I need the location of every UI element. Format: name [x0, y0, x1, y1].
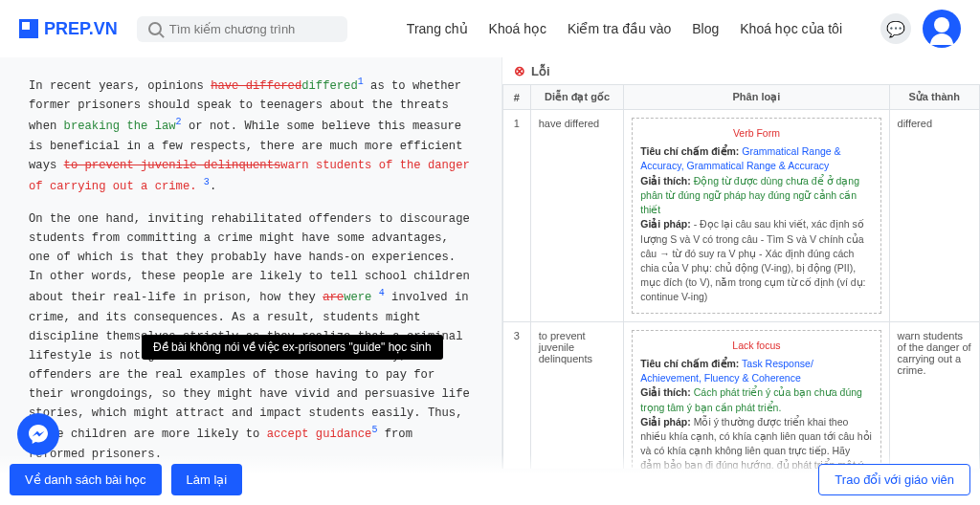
strike-text: are	[323, 292, 344, 305]
col-orig: Diễn đạt gốc	[530, 85, 624, 110]
nav-test[interactable]: Kiểm tra đầu vào	[568, 21, 671, 36]
logo-text: PREP.VN	[44, 19, 118, 39]
sidebar-title: Lỗi	[531, 64, 550, 78]
table-header-row: # Diễn đạt gốc Phân loại Sửa thành	[503, 85, 980, 110]
btn-retry[interactable]: Làm lại	[171, 464, 243, 495]
cat-title: Lack focus	[640, 339, 872, 353]
strike-text: to prevent juvenile delinquents	[64, 159, 281, 172]
col-cat: Phân loại	[624, 85, 889, 110]
error-sidebar: ⊗ Lỗi # Diễn đạt gốc Phân loại Sửa thành…	[501, 57, 980, 469]
nav: Trang chủ Khoá học Kiểm tra đầu vào Blog…	[407, 21, 842, 36]
nav-home[interactable]: Trang chủ	[407, 21, 468, 36]
essay-p1: In recent years, opinions have differedd…	[29, 75, 473, 196]
cat-title: Verb Form	[640, 126, 872, 141]
strike-text: have differed	[211, 79, 301, 93]
header-icons: 💬	[880, 10, 961, 48]
row-fix: differed	[889, 110, 979, 322]
row-orig: to prevent juvenile delinquents	[530, 321, 624, 469]
correction-text: were	[344, 292, 371, 305]
sidebar-header: ⊗ Lỗi	[502, 57, 980, 84]
highlight-text: breaking the law	[64, 120, 176, 133]
logo-icon	[19, 19, 38, 38]
search-box[interactable]	[137, 16, 347, 42]
btn-chat-teacher[interactable]: Trao đổi với giáo viên	[818, 464, 970, 495]
row-cat: Verb Form Tiêu chí chấm điểm: Grammatica…	[624, 110, 889, 322]
row-num: 1	[503, 110, 531, 322]
row-fix: warn students of the danger of carrying …	[889, 321, 979, 469]
table-row: 3 to prevent juvenile delinquents Lack f…	[503, 321, 980, 469]
category-box: Verb Form Tiêu chí chấm điểm: Grammatica…	[632, 118, 880, 314]
messenger-icon[interactable]	[17, 413, 59, 455]
chat-icon[interactable]: 💬	[880, 13, 911, 44]
row-num: 3	[503, 321, 531, 469]
col-fix: Sửa thành	[889, 85, 979, 110]
essay-panel: In recent years, opinions have differedd…	[0, 57, 501, 469]
close-icon[interactable]: ⊗	[514, 63, 525, 78]
header: PREP.VN Trang chủ Khoá học Kiểm tra đầu …	[0, 0, 980, 57]
error-table: # Diễn đạt gốc Phân loại Sửa thành 1 hav…	[502, 84, 980, 469]
btn-lesson-list[interactable]: Về danh sách bài học	[10, 464, 162, 495]
nav-mycourses[interactable]: Khoá học của tôi	[740, 21, 842, 36]
row-cat: Lack focus Tiêu chí chấm điểm: Task Resp…	[624, 321, 889, 469]
category-box: Lack focus Tiêu chí chấm điểm: Task Resp…	[632, 330, 880, 469]
nav-courses[interactable]: Khoá học	[489, 21, 546, 36]
tooltip: Đề bài không nói về việc ex-prisoners "g…	[142, 335, 443, 360]
footer: Về danh sách bài học Làm lại Trao đổi vớ…	[0, 454, 980, 505]
row-orig: have differed	[530, 110, 624, 322]
main: In recent years, opinions have differedd…	[0, 57, 980, 469]
search-icon	[148, 22, 162, 35]
table-row: 1 have differed Verb Form Tiêu chí chấm …	[503, 110, 980, 322]
correction-text: differed	[301, 79, 358, 93]
search-input[interactable]	[169, 22, 336, 36]
nav-blog[interactable]: Blog	[692, 21, 719, 36]
error-text: accept guidance	[267, 428, 372, 441]
col-num: #	[503, 85, 531, 110]
avatar[interactable]	[923, 10, 961, 48]
logo[interactable]: PREP.VN	[19, 19, 118, 39]
